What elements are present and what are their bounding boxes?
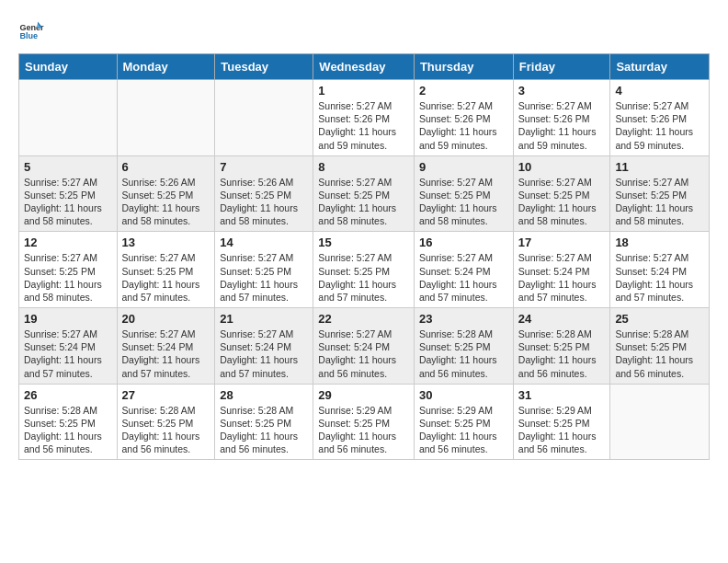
day-number: 21: [220, 312, 308, 326]
day-number: 26: [24, 388, 112, 402]
calendar-cell: 24Sunrise: 5:28 AM Sunset: 5:25 PM Dayli…: [513, 308, 610, 385]
calendar-cell: 3Sunrise: 5:27 AM Sunset: 5:26 PM Daylig…: [513, 80, 610, 156]
day-number: 13: [122, 236, 210, 249]
day-info: Sunrise: 5:28 AM Sunset: 5:25 PM Dayligh…: [419, 327, 508, 380]
day-info: Sunrise: 5:28 AM Sunset: 5:25 PM Dayligh…: [220, 404, 308, 456]
day-info: Sunrise: 5:26 AM Sunset: 5:25 PM Dayligh…: [122, 176, 210, 228]
day-info: Sunrise: 5:29 AM Sunset: 5:25 PM Dayligh…: [518, 404, 606, 456]
day-number: 25: [615, 312, 704, 326]
calendar-week-5: 26Sunrise: 5:28 AM Sunset: 5:25 PM Dayli…: [19, 384, 710, 460]
calendar-cell: 25Sunrise: 5:28 AM Sunset: 5:25 PM Dayli…: [610, 308, 710, 385]
calendar-week-1: 1Sunrise: 5:27 AM Sunset: 5:26 PM Daylig…: [19, 80, 710, 156]
day-number: 30: [419, 388, 508, 402]
day-info: Sunrise: 5:29 AM Sunset: 5:25 PM Dayligh…: [419, 404, 508, 456]
day-info: Sunrise: 5:27 AM Sunset: 5:24 PM Dayligh…: [615, 251, 704, 304]
day-number: 14: [220, 236, 308, 249]
calendar-cell: 8Sunrise: 5:27 AM Sunset: 5:25 PM Daylig…: [313, 155, 415, 232]
calendar-cell: 27Sunrise: 5:28 AM Sunset: 5:25 PM Dayli…: [117, 384, 215, 460]
calendar-cell: 15Sunrise: 5:27 AM Sunset: 5:25 PM Dayli…: [313, 232, 415, 308]
day-info: Sunrise: 5:29 AM Sunset: 5:25 PM Dayligh…: [318, 404, 409, 456]
day-number: 23: [419, 312, 508, 326]
day-info: Sunrise: 5:27 AM Sunset: 5:24 PM Dayligh…: [518, 251, 606, 304]
day-number: 9: [419, 160, 508, 174]
calendar-cell: 13Sunrise: 5:27 AM Sunset: 5:25 PM Dayli…: [117, 232, 215, 308]
calendar-week-4: 19Sunrise: 5:27 AM Sunset: 5:24 PM Dayli…: [19, 308, 710, 385]
day-info: Sunrise: 5:27 AM Sunset: 5:24 PM Dayligh…: [318, 327, 409, 380]
day-number: 18: [615, 236, 704, 249]
day-info: Sunrise: 5:28 AM Sunset: 5:25 PM Dayligh…: [122, 404, 210, 456]
calendar-cell: 28Sunrise: 5:28 AM Sunset: 5:25 PM Dayli…: [215, 384, 313, 460]
calendar-week-2: 5Sunrise: 5:27 AM Sunset: 5:25 PM Daylig…: [19, 155, 710, 232]
calendar-cell: 18Sunrise: 5:27 AM Sunset: 5:24 PM Dayli…: [610, 232, 710, 308]
calendar-cell: [117, 80, 215, 156]
day-info: Sunrise: 5:27 AM Sunset: 5:25 PM Dayligh…: [518, 176, 606, 228]
day-number: 4: [615, 84, 704, 98]
calendar-table: SundayMondayTuesdayWednesdayThursdayFrid…: [18, 53, 710, 460]
calendar-cell: 30Sunrise: 5:29 AM Sunset: 5:25 PM Dayli…: [414, 384, 513, 460]
day-info: Sunrise: 5:27 AM Sunset: 5:25 PM Dayligh…: [615, 176, 704, 228]
calendar-body: 1Sunrise: 5:27 AM Sunset: 5:26 PM Daylig…: [19, 80, 710, 460]
day-info: Sunrise: 5:27 AM Sunset: 5:25 PM Dayligh…: [318, 176, 409, 228]
calendar-week-3: 12Sunrise: 5:27 AM Sunset: 5:25 PM Dayli…: [19, 232, 710, 308]
calendar-cell: 21Sunrise: 5:27 AM Sunset: 5:24 PM Dayli…: [215, 308, 313, 385]
day-info: Sunrise: 5:27 AM Sunset: 5:26 PM Dayligh…: [419, 99, 508, 152]
day-info: Sunrise: 5:27 AM Sunset: 5:25 PM Dayligh…: [220, 251, 308, 304]
header-row: SundayMondayTuesdayWednesdayThursdayFrid…: [19, 54, 710, 80]
day-info: Sunrise: 5:28 AM Sunset: 5:25 PM Dayligh…: [615, 327, 704, 380]
day-number: 1: [318, 84, 409, 98]
day-info: Sunrise: 5:27 AM Sunset: 5:25 PM Dayligh…: [419, 176, 508, 228]
calendar-cell: 26Sunrise: 5:28 AM Sunset: 5:25 PM Dayli…: [19, 384, 118, 460]
day-number: 27: [122, 388, 210, 402]
calendar-cell: 12Sunrise: 5:27 AM Sunset: 5:25 PM Dayli…: [19, 232, 118, 308]
day-info: Sunrise: 5:27 AM Sunset: 5:25 PM Dayligh…: [24, 176, 112, 228]
day-info: Sunrise: 5:27 AM Sunset: 5:24 PM Dayligh…: [220, 327, 308, 380]
calendar-cell: 9Sunrise: 5:27 AM Sunset: 5:25 PM Daylig…: [414, 155, 513, 232]
day-info: Sunrise: 5:27 AM Sunset: 5:26 PM Dayligh…: [615, 99, 704, 152]
day-info: Sunrise: 5:27 AM Sunset: 5:25 PM Dayligh…: [24, 251, 112, 304]
svg-text:Blue: Blue: [19, 31, 38, 40]
page-header: General Blue: [18, 18, 710, 44]
calendar-cell: [215, 80, 313, 156]
header-day-saturday: Saturday: [610, 54, 710, 80]
calendar-cell: 20Sunrise: 5:27 AM Sunset: 5:24 PM Dayli…: [117, 308, 215, 385]
day-number: 22: [318, 312, 409, 326]
day-number: 17: [518, 236, 606, 249]
header-day-friday: Friday: [513, 54, 610, 80]
header-day-tuesday: Tuesday: [215, 54, 313, 80]
day-number: 29: [318, 388, 409, 402]
calendar-cell: 10Sunrise: 5:27 AM Sunset: 5:25 PM Dayli…: [513, 155, 610, 232]
calendar-cell: 23Sunrise: 5:28 AM Sunset: 5:25 PM Dayli…: [414, 308, 513, 385]
day-number: 16: [419, 236, 508, 249]
calendar-cell: [610, 384, 710, 460]
day-info: Sunrise: 5:26 AM Sunset: 5:25 PM Dayligh…: [220, 176, 308, 228]
calendar-cell: 2Sunrise: 5:27 AM Sunset: 5:26 PM Daylig…: [414, 80, 513, 156]
day-number: 3: [518, 84, 606, 98]
day-number: 20: [122, 312, 210, 326]
day-number: 8: [318, 160, 409, 174]
day-info: Sunrise: 5:27 AM Sunset: 5:25 PM Dayligh…: [122, 251, 210, 304]
header-day-thursday: Thursday: [414, 54, 513, 80]
calendar-cell: 4Sunrise: 5:27 AM Sunset: 5:26 PM Daylig…: [610, 80, 710, 156]
logo-icon: General Blue: [18, 18, 44, 44]
calendar-cell: 5Sunrise: 5:27 AM Sunset: 5:25 PM Daylig…: [19, 155, 118, 232]
calendar-header: SundayMondayTuesdayWednesdayThursdayFrid…: [19, 54, 710, 80]
header-day-monday: Monday: [117, 54, 215, 80]
calendar-cell: 11Sunrise: 5:27 AM Sunset: 5:25 PM Dayli…: [610, 155, 710, 232]
day-number: 28: [220, 388, 308, 402]
day-number: 31: [518, 388, 606, 402]
calendar-cell: 7Sunrise: 5:26 AM Sunset: 5:25 PM Daylig…: [215, 155, 313, 232]
calendar-cell: 19Sunrise: 5:27 AM Sunset: 5:24 PM Dayli…: [19, 308, 118, 385]
calendar-cell: 1Sunrise: 5:27 AM Sunset: 5:26 PM Daylig…: [313, 80, 415, 156]
day-info: Sunrise: 5:27 AM Sunset: 5:24 PM Dayligh…: [122, 327, 210, 380]
header-day-wednesday: Wednesday: [313, 54, 415, 80]
day-info: Sunrise: 5:27 AM Sunset: 5:25 PM Dayligh…: [318, 251, 409, 304]
day-info: Sunrise: 5:27 AM Sunset: 5:24 PM Dayligh…: [24, 327, 112, 380]
calendar-cell: 14Sunrise: 5:27 AM Sunset: 5:25 PM Dayli…: [215, 232, 313, 308]
calendar-cell: [19, 80, 118, 156]
calendar-cell: 22Sunrise: 5:27 AM Sunset: 5:24 PM Dayli…: [313, 308, 415, 385]
day-number: 15: [318, 236, 409, 249]
day-info: Sunrise: 5:27 AM Sunset: 5:26 PM Dayligh…: [318, 99, 409, 152]
calendar-cell: 29Sunrise: 5:29 AM Sunset: 5:25 PM Dayli…: [313, 384, 415, 460]
day-number: 5: [24, 160, 112, 174]
logo: General Blue: [18, 18, 48, 44]
